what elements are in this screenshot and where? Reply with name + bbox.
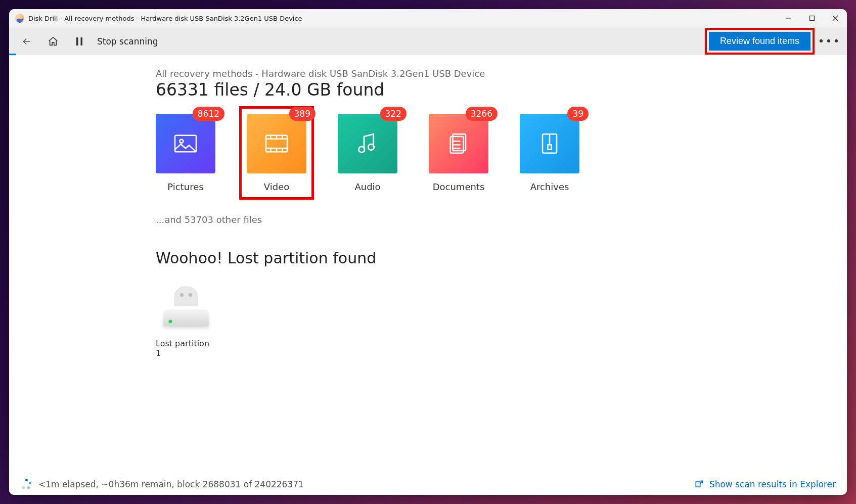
svg-rect-6 [81,37,83,45]
pause-button[interactable] [71,33,88,50]
audio-tile: 322 [338,114,397,173]
status-bar: <1m elapsed, ~0h36m remain, block 268803… [9,473,847,495]
review-found-items-button[interactable]: Review found items [709,32,810,51]
archives-count-badge: 39 [567,107,589,121]
other-files-text: ...and 53703 other files [156,214,611,225]
stop-scanning-label[interactable]: Stop scanning [97,36,158,47]
category-row: 8612 Pictures 389 Video 322 [156,114,611,192]
svg-rect-27 [548,145,552,149]
minimize-button[interactable] [777,9,800,27]
title-bar: Disk Drill - All recovery methods - Hard… [9,9,847,27]
home-button[interactable] [44,33,62,50]
pictures-tile: 8612 [156,114,215,173]
progress-indicator [9,54,16,55]
category-documents[interactable]: 3266 Documents [429,114,488,192]
review-highlight: Review found items [705,28,815,55]
category-pictures[interactable]: 8612 Pictures [156,114,215,192]
svg-point-8 [179,140,183,143]
svg-point-18 [359,147,365,153]
pictures-count-badge: 8612 [193,107,224,121]
close-button[interactable] [824,9,847,27]
archives-label: Archives [530,181,569,192]
audio-label: Audio [354,181,380,192]
documents-tile: 3266 [429,114,488,173]
show-in-explorer-label: Show scan results in Explorer [709,479,836,489]
app-window: Disk Drill - All recovery methods - Hard… [9,9,847,495]
back-button[interactable] [18,33,35,50]
documents-label: Documents [433,181,485,192]
maximize-button[interactable] [800,9,824,27]
partition-found-heading: Woohoo! Lost partition found [156,249,611,267]
status-text: <1m elapsed, ~0h36m remain, block 268803… [38,479,304,489]
pictures-label: Pictures [167,181,203,192]
video-tile: 389 [247,114,306,173]
open-external-icon [694,479,704,489]
video-count-badge: 389 [289,107,316,121]
show-in-explorer-link[interactable]: Show scan results in Explorer [694,479,836,489]
documents-count-badge: 3266 [466,107,498,121]
category-audio[interactable]: 322 Audio [338,114,397,192]
content-area: All recovery methods - Hardware disk USB… [9,55,847,473]
window-title: Disk Drill - All recovery methods - Hard… [28,15,302,22]
lost-partition-card[interactable]: Lost partition 1 [156,286,216,358]
archives-tile: 39 [520,114,579,173]
audio-count-badge: 322 [380,107,407,121]
scan-summary: 66331 files / 24.0 GB found [156,80,611,100]
svg-rect-1 [810,16,815,21]
ghost-drive-icon [161,286,211,332]
video-label: Video [264,181,289,192]
svg-rect-5 [76,37,78,45]
category-archives[interactable]: 39 Archives [520,114,579,192]
breadcrumb: All recovery methods - Hardware disk USB… [156,68,611,79]
spinner-icon [20,479,31,490]
lost-partition-label: Lost partition 1 [156,339,216,358]
toolbar: Stop scanning Review found items ••• [9,27,847,55]
category-video[interactable]: 389 Video [247,114,306,192]
more-options-button[interactable]: ••• [821,35,838,48]
app-icon [15,14,24,23]
